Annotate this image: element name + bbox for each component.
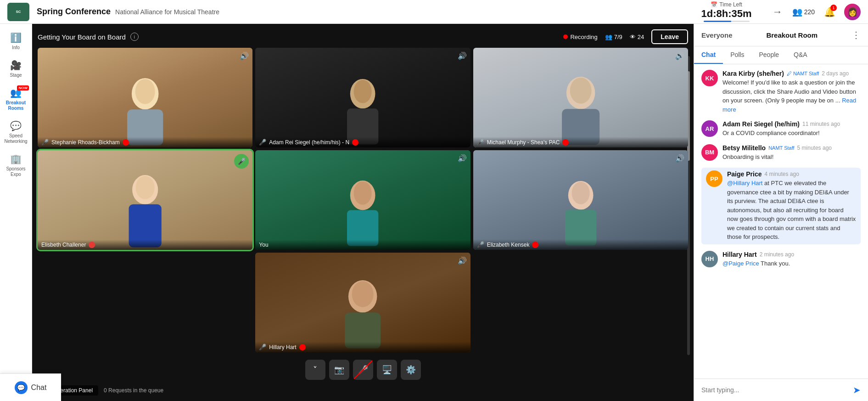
conference-title: Spring Conference (37, 7, 111, 17)
camera-button[interactable]: 📷 (329, 360, 349, 380)
recording-dot-3 (562, 139, 569, 146)
video-controls: ˅ 📷 🎤 🖥️ ⚙️ (38, 356, 688, 382)
time-left-label: 📅 Time Left (711, 1, 742, 8)
tab-chat[interactable]: Chat (694, 46, 723, 64)
time-left-value: 1d:8h:35m (701, 8, 752, 20)
chat-sidebar: Everyone Breakout Room ⋮ Chat Polls Peop… (694, 24, 868, 401)
mic-button[interactable]: 🎤 (353, 360, 373, 380)
sponsors-icon: 🏢 (10, 153, 22, 164)
video-name-you: You (259, 242, 268, 248)
chat-top-nav: Everyone Breakout Room ⋮ (694, 24, 868, 46)
video-name-bar-6: 🎤 Elizabeth Kensek (473, 239, 688, 250)
session-info-icon[interactable]: i (130, 33, 139, 41)
video-cell-1: 🔊 🎤 Stephanie Rhoads-Bickham (38, 48, 252, 147)
recording-dot-6 (532, 242, 538, 248)
stage-icon: 🎥 (10, 60, 22, 71)
msg-badge-3: NAMT Staff (768, 145, 794, 151)
svg-point-17 (571, 182, 589, 204)
sidebar-item-info[interactable]: ℹ️ Info (0, 28, 32, 55)
msg-header-5: Hillary Hart 2 minutes ago (722, 251, 861, 258)
screen-share-button[interactable]: 🖥️ (377, 360, 397, 380)
video-name-4: Elisbeth Challener (41, 242, 86, 248)
msg-body-1: Kara Kirby (she/her) 🖊 NAMT Staff 2 days… (722, 70, 861, 114)
tab-people[interactable]: People (751, 46, 786, 64)
msg-body-3: Betsy Militello NAMT Staff 5 minutes ago… (722, 144, 861, 162)
everyone-tab[interactable]: Everyone (701, 31, 733, 39)
video-name-bar-2: 🎤 Adam Rei Siegel (he/him/his) - N (255, 137, 470, 147)
recording-dot-hillary (299, 344, 306, 350)
exit-icon[interactable]: → (770, 5, 785, 19)
recording-dot-4 (89, 242, 95, 248)
mute-icon-1: 🎤 (41, 139, 49, 146)
video-grid: 🔊 🎤 Stephanie Rhoads-Bickham 🔊 (38, 48, 688, 352)
video-name-6: Elizabeth Kensek (487, 242, 530, 248)
recording-badge: Recording (563, 34, 597, 40)
avatar-adam: AR (701, 120, 718, 137)
main-layout: ℹ️ Info 🎥 Stage NOW 👥 BreakoutRooms 💬 Sp… (0, 24, 868, 401)
svg-point-5 (354, 80, 372, 103)
chat-input-area: ➤ (694, 378, 868, 401)
left-sidebar: ℹ️ Info 🎥 Stage NOW 👥 BreakoutRooms 💬 Sp… (0, 24, 32, 401)
sidebar-item-networking[interactable]: 💬 SpeedNetworking (0, 116, 32, 149)
tab-qa[interactable]: Q&A (786, 46, 815, 64)
video-cell-you: 🔊 You (255, 150, 470, 250)
speaker-icon-1: 🔊 (240, 51, 249, 60)
chat-message-3: BM Betsy Militello NAMT Staff 5 minutes … (701, 144, 861, 162)
video-name-bar-1: 🎤 Stephanie Rhoads-Bickham (38, 137, 252, 147)
video-cell-3: 🔊 🎤 Michael Murphy - Shea's PAC (473, 48, 688, 147)
avatar-paige: PP (706, 170, 722, 187)
mute-icon-3: 🎤 (477, 139, 484, 146)
breakout-tab[interactable]: Breakout Room (766, 31, 818, 39)
send-button[interactable]: ➤ (853, 384, 861, 395)
speaker-icon-6: 🔊 (675, 154, 684, 163)
recording-dot (563, 34, 568, 39)
speaker-icon-you: 🔊 (458, 154, 467, 163)
info-icon: ℹ️ (10, 32, 22, 43)
msg-author-5: Hillary Hart (722, 251, 757, 258)
video-cell-4: 🎤 Elisbeth Challener (38, 150, 252, 250)
svg-point-2 (135, 79, 155, 104)
msg-body-4: Paige Price 4 minutes ago @Hillary Hart … (727, 170, 856, 242)
more-options-button[interactable]: ⋮ (851, 29, 861, 40)
leave-button[interactable]: Leave (651, 29, 688, 44)
msg-text-2: Or a COVID compliance coordinator! (722, 129, 861, 138)
chat-message-4: PP Paige Price 4 minutes ago @Hillary Ha… (701, 168, 861, 244)
sidebar-item-sponsors[interactable]: 🏢 SponsorsExpo (0, 149, 32, 182)
chat-message-5: HH Hillary Hart 2 minutes ago @Paige Pri… (701, 251, 861, 268)
tab-polls[interactable]: Polls (723, 46, 751, 64)
speaker-icon-2: 🔊 (458, 51, 467, 60)
bottom-bar: Moderation Panel 0 Requests in the queue (38, 385, 688, 395)
msg-body-2: Adam Rei Siegel (he/him) 11 minutes ago … (722, 120, 861, 138)
video-area: Getting Your Board on Board i Recording … (32, 24, 694, 401)
sidebar-item-stage[interactable]: 🎥 Stage (0, 55, 32, 83)
msg-header-3: Betsy Militello NAMT Staff 5 minutes ago (722, 144, 861, 152)
chat-input[interactable] (701, 386, 849, 394)
sidebar-label-stage: Stage (10, 73, 22, 78)
msg-time-2: 11 minutes ago (802, 121, 840, 127)
settings-button[interactable]: ⚙️ (401, 360, 421, 380)
msg-badge-1: 🖊 NAMT Staff (787, 71, 819, 76)
sidebar-label-breakout: BreakoutRooms (6, 100, 26, 111)
msg-author-4: Paige Price (727, 170, 762, 178)
msg-author-3: Betsy Militello (722, 144, 766, 152)
user-avatar[interactable]: 👩 (844, 4, 861, 20)
mute-icon-2: 🎤 (259, 139, 266, 146)
svg-point-20 (352, 281, 374, 307)
sidebar-item-breakout[interactable]: NOW 👥 BreakoutRooms (0, 83, 32, 116)
notification-icon[interactable]: 🔔 1 (822, 5, 837, 19)
speaker-icon-hillary: 🔊 (458, 256, 467, 265)
msg-text-1: Welcome! If you'd like to ask a question… (722, 78, 861, 114)
topbar: SC Spring Conference National Alliance f… (0, 0, 868, 24)
participants-count: 👥 7/9 (605, 34, 622, 40)
sidebar-label-sponsors: SponsorsExpo (6, 166, 25, 177)
mute-icon-hillary: 🎤 (259, 344, 266, 350)
expand-button[interactable]: ˅ (305, 360, 325, 380)
video-name-3: Michael Murphy - Shea's PAC (487, 139, 560, 146)
msg-text-5: @Paige Price Thank you. (722, 259, 861, 268)
msg-body-5: Hillary Hart 2 minutes ago @Paige Price … (722, 251, 861, 268)
attendee-count: 👥 220 (792, 7, 815, 17)
video-name-hillary: Hillary Hart (269, 344, 296, 350)
sidebar-label-info: Info (12, 45, 20, 51)
bottom-chat-button[interactable]: 💬 Chat (0, 373, 61, 401)
chat-message-1: KK Kara Kirby (she/her) 🖊 NAMT Staff 2 d… (701, 70, 861, 114)
